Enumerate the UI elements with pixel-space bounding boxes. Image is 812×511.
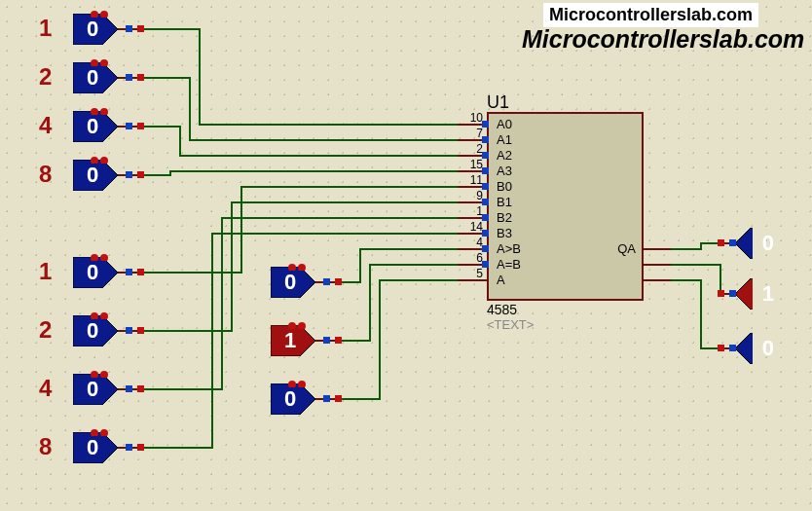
pin-name: B2 [497, 210, 512, 225]
bit-weight: 8 [39, 433, 52, 460]
pin-terminal [335, 278, 342, 285]
pin-terminal [126, 25, 132, 32]
pin-number: 15 [463, 158, 483, 171]
pin-terminal [126, 74, 132, 81]
pin-name: A=B [497, 257, 521, 272]
pin-terminal [323, 337, 330, 344]
pin-name: B0 [497, 179, 512, 194]
bit-weight: 4 [39, 375, 52, 402]
logic-state-input[interactable]: 0 [271, 383, 310, 415]
pin-terminal [137, 123, 144, 129]
bit-weight: 1 [39, 15, 52, 42]
logic-probe-output[interactable]: 0 [735, 333, 774, 364]
svg-point-25 [288, 264, 296, 271]
logic-state-input[interactable]: 0 [73, 432, 112, 463]
pin-terminal [482, 121, 489, 128]
svg-point-10 [91, 157, 98, 164]
svg-point-1 [91, 11, 98, 18]
svg-point-19 [91, 371, 98, 378]
pin-terminal [729, 290, 736, 297]
watermark-box: Microcontrollerslab.com [543, 3, 758, 27]
pin-number: 7 [463, 127, 483, 140]
pin-terminal [137, 25, 144, 32]
pin-terminal [482, 152, 489, 159]
pin-terminal [137, 269, 144, 275]
pin-terminal [126, 385, 132, 392]
logic-state-input[interactable]: 0 [73, 14, 112, 45]
svg-point-26 [298, 264, 306, 271]
logic-state-input[interactable]: 1 [271, 325, 310, 356]
logic-state-input[interactable]: 0 [271, 267, 310, 298]
logic-state-input[interactable]: 0 [73, 374, 112, 405]
pin-name: A2 [497, 148, 512, 163]
pin-number: 14 [463, 220, 483, 234]
pin-number: 11 [463, 173, 483, 187]
svg-marker-34 [735, 278, 753, 310]
svg-point-8 [100, 108, 108, 115]
pin-name: A3 [497, 164, 512, 178]
pin-name: QA12QA=B3QA>B13 [587, 241, 636, 256]
logic-state-input[interactable]: 0 [73, 315, 112, 347]
svg-point-29 [298, 322, 306, 329]
pin-terminal [482, 261, 489, 268]
bit-weight: 1 [39, 258, 52, 285]
pin-terminal [482, 183, 489, 190]
pin-number: 10 [463, 111, 483, 125]
pin-terminal [137, 444, 144, 451]
svg-point-17 [100, 312, 108, 319]
svg-point-4 [91, 59, 98, 66]
svg-point-13 [91, 254, 98, 261]
svg-marker-33 [735, 228, 753, 259]
svg-point-31 [288, 381, 296, 387]
pin-terminal [718, 239, 724, 246]
svg-point-2 [100, 11, 108, 18]
pin-terminal [482, 245, 489, 252]
bit-weight: 2 [39, 63, 52, 91]
svg-point-14 [100, 254, 108, 261]
bit-weight: 8 [39, 161, 52, 188]
svg-point-7 [91, 108, 98, 115]
pin-name: B1 [497, 195, 512, 209]
pin-number: 4 [463, 236, 483, 249]
pin-terminal [729, 345, 736, 351]
pin-terminal [718, 345, 724, 351]
pin-terminal [137, 385, 144, 392]
pin-lead [642, 279, 671, 281]
bit-weight: 4 [39, 112, 52, 139]
pin-terminal [126, 171, 132, 178]
pin-terminal [126, 269, 132, 275]
pin-terminal [323, 278, 330, 285]
pin-terminal [482, 230, 489, 237]
pin-terminal [718, 290, 724, 297]
pin-terminal [323, 395, 330, 402]
logic-probe-output[interactable]: 1 [735, 278, 774, 310]
svg-marker-35 [735, 333, 753, 364]
pin-name: B3 [497, 226, 512, 240]
logic-state-input[interactable]: 0 [73, 62, 112, 93]
pin-terminal [335, 337, 342, 344]
logic-state-input[interactable]: 0 [73, 257, 112, 288]
pin-terminal [126, 123, 132, 129]
pin-name: A1 [497, 132, 512, 147]
pin-terminal [335, 395, 342, 402]
pin-terminal [729, 239, 736, 246]
pin-terminal [126, 444, 132, 451]
svg-point-11 [100, 157, 108, 164]
pin-name: A>B [497, 241, 521, 256]
logic-state-input[interactable]: 0 [73, 160, 112, 191]
pin-lead [642, 248, 671, 250]
logic-probe-output[interactable]: 0 [735, 228, 774, 259]
svg-point-5 [100, 59, 108, 66]
pin-terminal [137, 171, 144, 178]
svg-point-32 [298, 381, 306, 387]
bit-weight: 2 [39, 316, 52, 344]
pin-terminal [126, 327, 132, 334]
pin-number: 5 [463, 267, 483, 280]
svg-point-20 [100, 371, 108, 378]
pin-terminal [482, 214, 489, 221]
pin-number: 9 [463, 189, 483, 202]
pin-terminal [137, 74, 144, 81]
logic-state-input[interactable]: 0 [73, 111, 112, 142]
ic-part: 4585 [487, 302, 517, 317]
ic-text-stub: <TEXT> [487, 317, 534, 332]
